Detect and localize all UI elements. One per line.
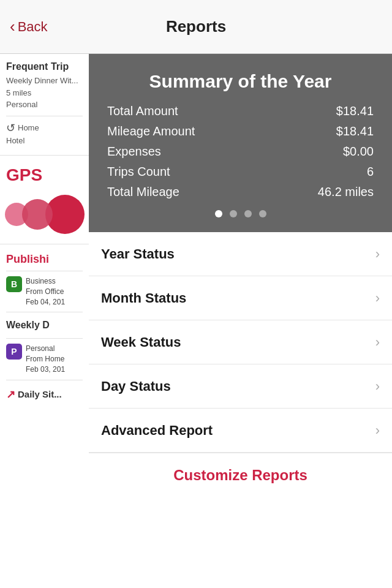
advanced-report-label: Advanced Report	[101, 423, 213, 439]
pagination-dots	[107, 210, 374, 217]
trip1-distance: 5 miles	[6, 87, 83, 99]
circle-medium	[22, 199, 53, 230]
circles-decoration	[0, 190, 89, 239]
total-mileage-label: Total Mileage	[107, 185, 179, 199]
pub-icon-b: B	[6, 276, 22, 292]
divider3	[0, 244, 89, 244]
daily-sit-label: Daily Sit...	[18, 389, 62, 399]
total-mileage-value: 46.2 miles	[318, 185, 374, 199]
dot-2[interactable]	[230, 210, 237, 217]
total-amount-label: Total Amount	[107, 104, 178, 118]
customize-label: Customize Reports	[173, 467, 307, 484]
frequent-trips-section: Frequent Trip Weekly Dinner Wit... 5 mil…	[0, 54, 89, 150]
pub-icon-p: P	[6, 344, 22, 360]
summary-row-mileage-amount: Mileage Amount $18.41	[107, 124, 374, 138]
gps-label: GPS	[0, 160, 89, 190]
dot-4[interactable]	[259, 210, 266, 217]
list-item-day-status[interactable]: Day Status ›	[89, 364, 392, 409]
dot-1[interactable]	[215, 210, 222, 217]
modal-overlay: Summary of the Year Total Amount $18.41 …	[89, 54, 392, 588]
trips-count-value: 6	[367, 165, 374, 179]
week-status-label: Week Status	[101, 334, 181, 350]
frequent-trips-title: Frequent Trip	[6, 61, 83, 72]
pub-item-1: B BusinessFrom OfficeFeb 04, 201	[6, 276, 83, 307]
total-amount-value: $18.41	[336, 104, 374, 118]
day-status-label: Day Status	[101, 379, 171, 394]
pub-text-2: PersonalFrom HomeFeb 03, 201	[26, 344, 65, 374]
list-item-advanced-report[interactable]: Advanced Report ›	[89, 409, 392, 453]
divider6	[6, 338, 83, 339]
list-item-month-status[interactable]: Month Status ›	[89, 276, 392, 320]
summary-row-total-amount: Total Amount $18.41	[107, 104, 374, 118]
day-status-chevron-icon: ›	[375, 379, 380, 394]
weekly-label: Weekly D	[6, 317, 83, 333]
trip1-name: Weekly Dinner Wit...	[6, 75, 83, 87]
list-item-week-status[interactable]: Week Status ›	[89, 320, 392, 364]
publisher-section: Publishi B BusinessFrom OfficeFeb 04, 20…	[0, 249, 89, 407]
summary-row-trips-count: Trips Count 6	[107, 165, 374, 179]
divider2	[0, 155, 89, 156]
trip1-category: Personal	[6, 99, 83, 111]
month-status-chevron-icon: ›	[375, 290, 380, 306]
divider1	[6, 116, 83, 116]
back-button[interactable]: ‹ Back	[10, 17, 48, 36]
month-status-label: Month Status	[101, 290, 186, 306]
year-status-label: Year Status	[101, 246, 175, 262]
trip1-home: Home	[18, 122, 39, 134]
navigation-bar: ‹ Back Reports	[0, 0, 392, 54]
divider5	[6, 312, 83, 312]
summary-card: Summary of the Year Total Amount $18.41 …	[89, 54, 392, 232]
trip1-destination: Hotel	[6, 135, 83, 147]
summary-title: Summary of the Year	[107, 71, 374, 92]
summary-row-total-mileage: Total Mileage 46.2 miles	[107, 185, 374, 199]
mileage-amount-label: Mileage Amount	[107, 124, 195, 138]
divider7	[6, 380, 83, 380]
back-label: Back	[18, 19, 48, 35]
advanced-report-chevron-icon: ›	[375, 423, 380, 439]
nav-arrow-icon: ↗	[6, 388, 15, 401]
divider4	[6, 271, 83, 271]
pub-text-1: BusinessFrom OfficeFeb 04, 201	[26, 276, 65, 307]
year-status-chevron-icon: ›	[375, 246, 380, 262]
dot-3[interactable]	[244, 210, 252, 217]
background-panel: Frequent Trip Weekly Dinner Wit... 5 mil…	[0, 54, 89, 588]
expenses-value: $0.00	[343, 145, 374, 159]
summary-row-expenses: Expenses $0.00	[107, 145, 374, 159]
week-status-chevron-icon: ›	[375, 334, 380, 350]
expenses-label: Expenses	[107, 145, 161, 159]
back-chevron-icon: ‹	[10, 17, 15, 36]
list-item-year-status[interactable]: Year Status ›	[89, 232, 392, 276]
customize-reports-button[interactable]: Customize Reports	[89, 453, 392, 497]
pub-item-2: P PersonalFrom HomeFeb 03, 201	[6, 344, 83, 374]
trips-count-label: Trips Count	[107, 165, 170, 179]
mileage-amount-value: $18.41	[336, 124, 374, 138]
page-title: Reports	[166, 17, 226, 36]
publisher-title: Publishi	[6, 253, 83, 266]
